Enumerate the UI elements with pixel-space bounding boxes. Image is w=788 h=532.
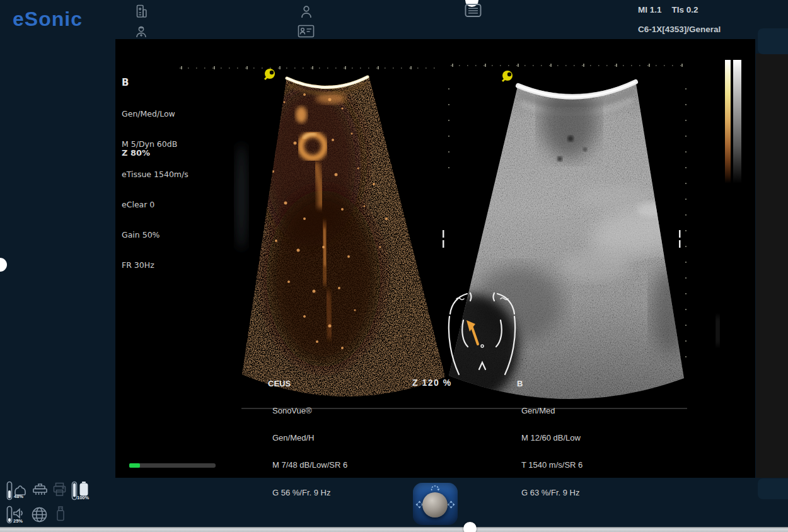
cine-progress-fill (129, 463, 140, 468)
ultrasound-console-screen: eSonic (0, 0, 788, 532)
left-edge-handle-dot[interactable] (0, 258, 7, 272)
zoom-readout-left: Z 80% (122, 148, 150, 158)
cine-progress-bar[interactable] (129, 463, 216, 468)
pan-right-icon (447, 500, 455, 509)
probe-orientation-marker-left (265, 69, 275, 79)
patient-id-icon[interactable] (298, 25, 315, 38)
ceus-line: G 56 %/Fr. 9 Hz (268, 489, 347, 497)
param-line: FR 30Hz (122, 260, 188, 270)
ceus-title: CEUS (268, 379, 347, 388)
top-right-panel[interactable] (758, 28, 788, 54)
zoom-readout-center: Z 120 % (412, 378, 452, 388)
trackball-ball[interactable] (422, 492, 448, 518)
param-line: eTissue 1540m/s (122, 170, 188, 180)
esonic-logo: eSonic (13, 8, 83, 31)
bmode-line: T 1540 m/s/SR 6 (517, 461, 582, 470)
ceus-line: Gen/Med/H (268, 434, 347, 442)
mode-label: B (122, 76, 188, 89)
param-line: Gen/Med/Low (122, 109, 188, 119)
keyboard-icon[interactable] (465, 3, 482, 18)
patient-icon[interactable] (300, 5, 313, 19)
bmode-title: B (517, 379, 582, 388)
hospital-icon[interactable] (134, 4, 148, 18)
bmode-params-overlay: B Gen/Med/Low M 5/Dyn 60dB eTissue 1540m… (122, 56, 188, 291)
bmode-info-overlay: B Gen/Med M 12/60 dB/Low T 1540 m/s/SR 6… (517, 361, 582, 516)
bottom-scrollbar-thumb[interactable] (463, 522, 477, 532)
right-side-strip (756, 54, 788, 478)
ceus-params-overlay: CEUS SonoVue® Gen/Med/H M 7/48 dB/Low/SR… (268, 361, 347, 516)
mi-value: MI 1.1 (638, 5, 662, 14)
ceus-colorbar (725, 60, 731, 183)
rotate-icon (430, 485, 440, 492)
bottom-scrollbar-track[interactable] (0, 527, 788, 532)
probe-orientation-marker-right (502, 71, 513, 81)
gel-warmer-percent: 48% (14, 494, 23, 499)
trackball-control[interactable] (413, 483, 458, 525)
ultrasound-image (115, 39, 755, 478)
bmode-line: M 12/60 dB/Low (517, 434, 582, 442)
staff-icon[interactable] (134, 25, 148, 38)
gray-colorbar (733, 60, 741, 183)
bmode-line: G 63 %/Fr. 9 Hz (517, 489, 582, 497)
bmode-line: Gen/Med (517, 407, 582, 415)
param-line: Gain 50% (122, 230, 188, 240)
ultrasound-display-area: B Gen/Med/Low M 5/Dyn 60dB eTissue 1540m… (115, 39, 755, 478)
probe-preset-readout: C6-1X[4353]/General (638, 25, 721, 34)
acoustic-output-readout: MI 1.1 TIs 0.2 (638, 5, 698, 14)
ceus-line: SonoVue® (268, 407, 347, 415)
bottom-right-panel[interactable] (758, 478, 788, 499)
volume-percent: 25% (13, 518, 23, 524)
battery-percent: 100% (77, 495, 89, 500)
param-line: eClear 0 (122, 200, 188, 210)
clean-brush-icon[interactable] (32, 482, 49, 499)
network-globe-icon[interactable] (31, 506, 48, 523)
ceus-line: M 7/48 dB/Low/SR 6 (268, 461, 347, 470)
tis-value: TIs 0.2 (672, 5, 698, 14)
printer-icon[interactable] (53, 482, 66, 497)
usb-icon[interactable] (55, 506, 66, 522)
